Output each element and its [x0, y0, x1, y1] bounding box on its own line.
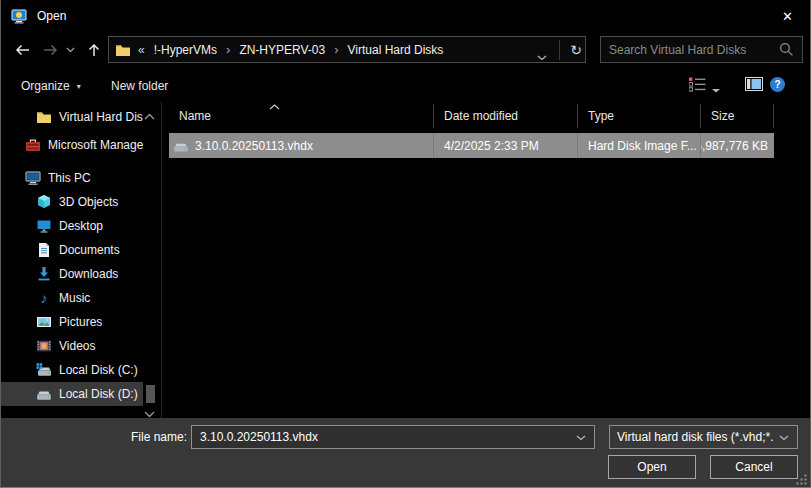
sidebar-item-music[interactable]: ♪ Music: [1, 286, 143, 310]
sidebar-item-label: Videos: [59, 339, 95, 353]
search-input[interactable]: [609, 38, 769, 61]
chevron-down-icon: [144, 411, 155, 418]
chevron-down-icon[interactable]: [576, 435, 586, 441]
app-icon: [11, 8, 27, 24]
file-name-input[interactable]: [192, 426, 570, 448]
open-button-label: Open: [637, 460, 666, 474]
sidebar-item-this-pc[interactable]: This PC: [1, 166, 143, 190]
sidebar-item-label: Documents: [59, 243, 120, 257]
preview-pane-button[interactable]: [745, 77, 763, 95]
column-header-type[interactable]: Type: [578, 104, 701, 128]
sort-ascending-icon: [269, 104, 280, 110]
details-view-icon: [689, 77, 706, 92]
help-icon: ?: [774, 79, 780, 90]
file-size-text: 6,987,776 KB: [701, 139, 768, 153]
sidebar-item-3d-objects[interactable]: 3D Objects: [1, 190, 143, 214]
recent-locations-button[interactable]: [64, 41, 76, 59]
breadcrumb-item[interactable]: !-HyperVMs: [154, 43, 217, 57]
refresh-icon: ↻: [570, 42, 582, 58]
sidebar-scrollbar-thumb[interactable]: [146, 385, 155, 403]
local-disk-c-icon: [36, 362, 52, 378]
back-button[interactable]: [13, 41, 31, 59]
file-row-selected[interactable]: 3.10.0.20250113.vhdx 4/2/2025 2:33 PM Ha…: [169, 133, 774, 158]
breadcrumb-separator-icon[interactable]: ›: [334, 43, 338, 56]
cancel-button[interactable]: Cancel: [710, 455, 798, 479]
help-button[interactable]: ?: [770, 77, 785, 92]
view-options-caret[interactable]: [711, 80, 721, 98]
sidebar-item-label: Desktop: [59, 219, 103, 233]
sidebar-item-label: Microsoft Manage: [48, 138, 143, 152]
search-box: [600, 36, 803, 63]
file-size-cell: 6,987,776 KB: [701, 133, 774, 158]
sidebar-item-pictures[interactable]: Pictures: [1, 310, 143, 334]
sidebar-item-label: Downloads: [59, 267, 118, 281]
sidebar-item-virtual-hard-disk[interactable]: Virtual Hard Disk: [1, 105, 143, 129]
close-button[interactable]: ✕: [765, 0, 810, 32]
management-console-icon: [25, 137, 41, 153]
forward-button[interactable]: [41, 41, 59, 59]
column-label: Type: [588, 109, 614, 123]
3d-objects-icon: [36, 194, 52, 210]
breadcrumb-separator-icon[interactable]: ›: [226, 43, 230, 56]
chevron-down-icon: ▾: [77, 82, 81, 91]
column-header-date-modified[interactable]: Date modified: [434, 104, 578, 128]
divider: [559, 40, 560, 60]
column-header-name[interactable]: Name: [169, 104, 434, 128]
sidebar-item-documents[interactable]: Documents: [1, 238, 143, 262]
new-folder-button[interactable]: New folder: [111, 76, 168, 96]
file-name-text: 3.10.0.20250113.vhdx: [195, 139, 313, 153]
chevron-down-icon: [66, 47, 75, 53]
open-button[interactable]: Open: [608, 455, 696, 479]
navigation-bar: « !-HyperVMs › ZN-HYPERV-03 › Virtual Ha…: [1, 32, 810, 68]
forward-arrow-icon: [42, 42, 59, 58]
preview-pane-icon: [745, 77, 763, 91]
sidebar-item-label: 3D Objects: [59, 195, 118, 209]
file-type-dropdown[interactable]: Virtual hard disk files (*.vhd;*.: [609, 425, 798, 449]
sidebar-item-label: Local Disk (D:): [59, 387, 138, 401]
breadcrumb-item[interactable]: ZN-HYPERV-03: [239, 43, 325, 57]
chevron-down-icon: [537, 55, 547, 61]
sidebar-item-videos[interactable]: Videos: [1, 334, 143, 358]
column-headers: Name Date modified Type Size: [169, 102, 774, 128]
cancel-button-label: Cancel: [735, 460, 772, 474]
file-type-text: Hard Disk Image F...: [588, 139, 697, 153]
sidebar-item-local-disk-c[interactable]: Local Disk (C:): [1, 358, 143, 382]
back-arrow-icon: [14, 42, 31, 58]
folder-icon: [36, 109, 52, 125]
address-dropdown-button[interactable]: [537, 47, 547, 65]
organize-button[interactable]: Organize ▾: [21, 76, 81, 96]
column-label: Name: [179, 109, 211, 123]
navigation-pane: Virtual Hard Disk Microsoft Manage: [1, 102, 162, 418]
sidebar-item-desktop[interactable]: Desktop: [1, 214, 143, 238]
breadcrumb-item[interactable]: Virtual Hard Disks: [348, 43, 444, 57]
search-icon[interactable]: [779, 42, 794, 57]
refresh-button[interactable]: ↻: [566, 41, 586, 59]
sidebar-item-label: Pictures: [59, 315, 102, 329]
sidebar-item-downloads[interactable]: Downloads: [1, 262, 143, 286]
sidebar-item-local-disk-d[interactable]: Local Disk (D:): [1, 382, 143, 406]
documents-icon: [36, 242, 52, 258]
sidebar-item-label: Virtual Hard Disk: [59, 110, 143, 124]
pictures-icon: [36, 314, 52, 330]
downloads-icon: [36, 266, 52, 282]
column-label: Date modified: [444, 109, 518, 123]
hard-disk-file-icon: [173, 138, 189, 154]
up-button[interactable]: [85, 41, 103, 59]
window-title: Open: [37, 9, 66, 23]
desktop-icon: [36, 218, 52, 234]
sidebar-scroll-up-button[interactable]: [144, 106, 155, 124]
breadcrumb-overflow-icon[interactable]: «: [138, 43, 145, 57]
change-view-button[interactable]: [689, 77, 706, 96]
file-name-label: File name:: [99, 425, 187, 449]
title-bar: Open ✕: [1, 0, 810, 32]
chevron-down-icon: [779, 435, 789, 441]
sidebar-item-microsoft-management[interactable]: Microsoft Manage: [1, 133, 143, 157]
resize-grip[interactable]: [796, 474, 807, 485]
main-area: Virtual Hard Disk Microsoft Manage: [1, 102, 810, 418]
sidebar-item-label: Music: [59, 291, 90, 305]
column-header-size[interactable]: Size: [701, 104, 774, 128]
file-type-cell: Hard Disk Image F...: [578, 133, 701, 158]
address-bar[interactable]: « !-HyperVMs › ZN-HYPERV-03 › Virtual Ha…: [108, 36, 586, 63]
chevron-down-icon: [711, 88, 721, 94]
file-date-cell: 4/2/2025 2:33 PM: [434, 133, 578, 158]
